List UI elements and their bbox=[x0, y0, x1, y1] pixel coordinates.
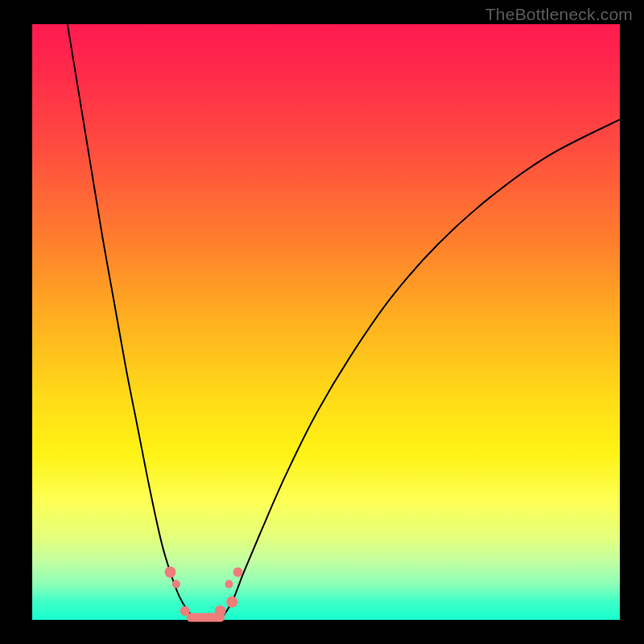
watermark-text: TheBottleneck.com bbox=[485, 5, 633, 24]
chart-frame: TheBottleneck.com bbox=[0, 0, 644, 644]
data-point-marker bbox=[215, 605, 226, 617]
curve-layer bbox=[32, 24, 620, 620]
data-point-marker bbox=[165, 567, 176, 578]
data-point-marker bbox=[225, 580, 233, 588]
data-point-marker bbox=[180, 606, 190, 616]
plot-area bbox=[32, 24, 620, 620]
right-curve bbox=[221, 119, 620, 620]
data-point-marker bbox=[172, 580, 180, 588]
data-point-marker bbox=[226, 597, 237, 608]
left-curve bbox=[68, 24, 197, 620]
data-point-marker bbox=[233, 568, 243, 577]
